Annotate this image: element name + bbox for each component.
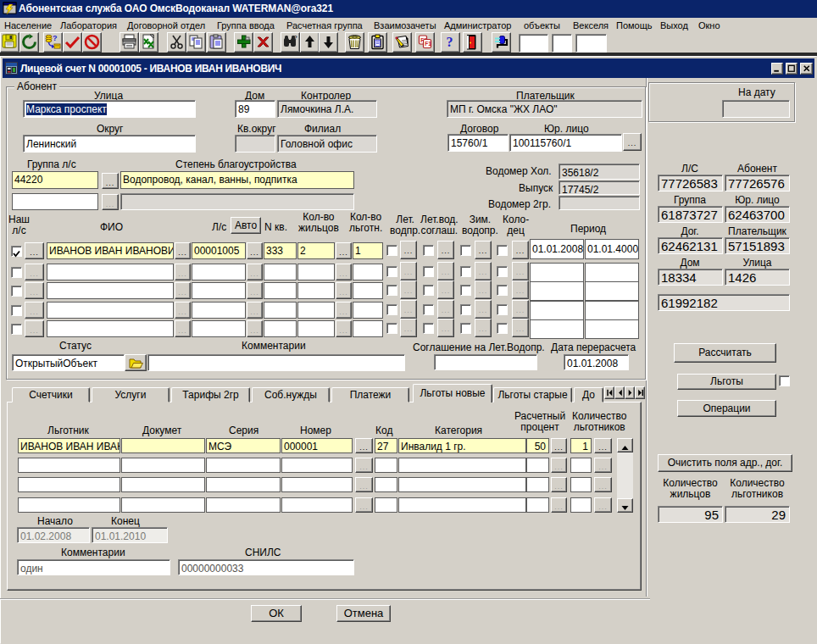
svg-text:?: ? <box>447 35 453 49</box>
svg-text:?: ? <box>53 34 58 42</box>
svg-text:F1: F1 <box>425 41 431 47</box>
svg-text:?: ? <box>293 34 297 42</box>
